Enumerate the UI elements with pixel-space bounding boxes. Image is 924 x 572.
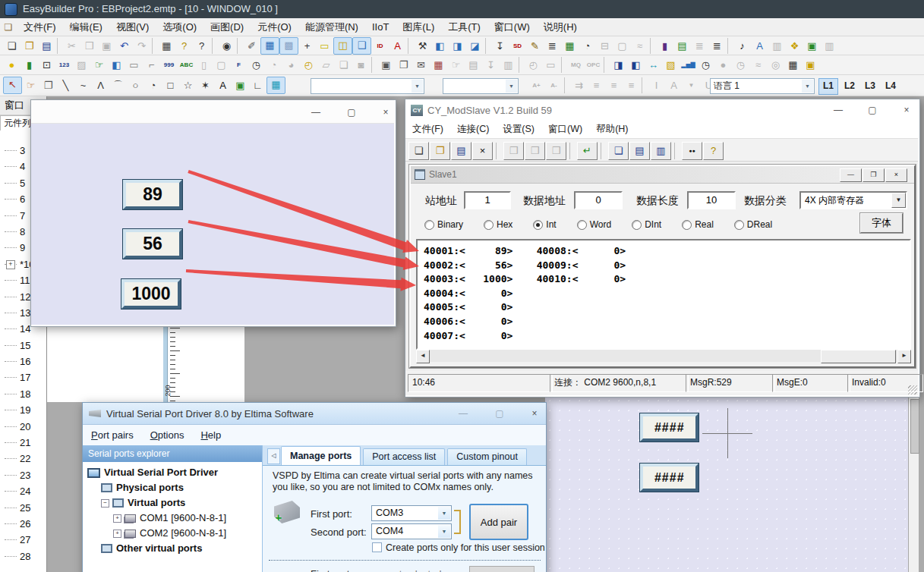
scrollbar-thumb[interactable] (910, 399, 919, 454)
expand-icon[interactable]: + (6, 260, 15, 269)
gauge-icon[interactable]: ◴ (525, 57, 542, 73)
mqtt-icon[interactable]: MQ (567, 57, 585, 73)
flow-icon[interactable]: ▧ (662, 57, 680, 73)
slave1-titlebar[interactable]: Slave1 — ❐ × (411, 166, 914, 184)
download-pc-icon[interactable]: ◨ (449, 38, 466, 54)
window-tree-item[interactable]: 20 (0, 419, 46, 435)
close-button[interactable]: × (895, 99, 918, 121)
toolbar-separator[interactable] (212, 38, 216, 54)
expand-icon[interactable]: + (113, 514, 121, 523)
design-canvas[interactable]: #### #### (545, 396, 919, 572)
toolbar-separator[interactable] (237, 38, 241, 54)
window-tree-item[interactable]: 24 (0, 483, 46, 499)
monitor-switch-icon[interactable]: ◧ (627, 57, 645, 73)
envelope-icon[interactable]: ✉ (412, 57, 430, 73)
polygon-tool-icon[interactable]: ☆ (179, 77, 197, 93)
toolbar-separator[interactable] (564, 77, 569, 93)
toolbar-separator[interactable] (371, 57, 376, 73)
numeric-object-1[interactable]: #### (640, 413, 699, 442)
form-edit-icon[interactable]: ▣ (803, 38, 821, 54)
snap-icon[interactable]: + (298, 38, 316, 54)
trend-icon[interactable]: ≈ (749, 57, 767, 73)
tab[interactable]: Port access list (363, 448, 445, 465)
window-tree-item[interactable]: 23 (0, 467, 46, 483)
toolbar-separator[interactable] (152, 38, 156, 54)
text-tool-icon[interactable]: A (214, 77, 232, 93)
edit-icon[interactable]: ✎ (526, 38, 544, 54)
draw-pen-icon[interactable]: ✐ (243, 38, 260, 54)
printer2-icon[interactable]: ▤ (465, 57, 482, 73)
toolbar-separator[interactable] (727, 38, 732, 54)
menu-item[interactable]: 文件(F) (17, 18, 63, 36)
table-tool-icon[interactable]: ▦ (266, 77, 285, 94)
tab-scroll-left-icon[interactable]: ◁ (267, 448, 280, 464)
simulation-titlebar[interactable]: — ▢ × (31, 100, 394, 124)
register-horizontal-scrollbar[interactable]: ◄ ► (416, 350, 911, 362)
window-tree-item[interactable]: 27 (0, 532, 46, 548)
session-checkbox[interactable] (372, 542, 382, 552)
toolbar-separator[interactable] (650, 38, 654, 54)
grid-icon[interactable]: ▩ (279, 37, 298, 55)
new-icon[interactable]: ❏ (408, 142, 429, 160)
menu-item[interactable]: Options (142, 426, 193, 445)
first-port-combo[interactable]: COM3 ▼ (371, 505, 452, 521)
image-tool-icon[interactable]: ▣ (232, 77, 249, 93)
export-icon[interactable]: ↧ (482, 57, 500, 73)
scroll-right-icon[interactable]: ► (897, 350, 911, 363)
data-table-icon[interactable]: ▦ (784, 57, 802, 73)
alarm-clock-icon[interactable]: ◴ (300, 57, 317, 73)
minimize-button[interactable]: — (452, 403, 475, 424)
window-tree-item[interactable]: 29 (0, 564, 46, 567)
panel-icon[interactable]: ▭ (542, 57, 560, 73)
doc-find-icon[interactable]: ❐ (395, 57, 412, 73)
label-icon[interactable]: ▭ (316, 38, 333, 54)
format-radio-option[interactable]: Hex (484, 219, 512, 230)
key-icon[interactable]: ⌐ (143, 57, 160, 73)
cable-icon[interactable]: ≈ (631, 38, 648, 54)
pointer-hand-icon[interactable]: ☞ (90, 57, 108, 73)
menu-item[interactable]: 图库(L) (396, 18, 441, 36)
numeric-display-icon[interactable]: 999 (160, 57, 178, 73)
numeric-object-2[interactable]: #### (640, 464, 699, 492)
layers2-icon[interactable]: ▨ (73, 57, 90, 73)
format-radio-option[interactable]: Binary (424, 219, 463, 230)
toolbar-separator[interactable] (561, 57, 566, 73)
window-tree-item[interactable]: 21 (0, 435, 46, 451)
window-tree-item[interactable]: 19 (0, 402, 46, 418)
indent-icon[interactable]: ⇉ (570, 77, 588, 93)
toolbar-separator[interactable] (674, 143, 680, 159)
move-icon[interactable]: ↔ (645, 57, 662, 73)
shape-style-combo[interactable]: ▼ (311, 78, 424, 94)
cut-icon[interactable]: ✂ (63, 38, 80, 54)
menu-item[interactable]: 能源管理(N) (298, 18, 365, 36)
language-state-tab[interactable]: L1 (818, 78, 838, 95)
menu-item[interactable]: 文件(F) (405, 121, 450, 138)
comment-icon[interactable]: ❑ (352, 37, 371, 55)
ascii-display-icon[interactable]: ABC (178, 57, 195, 73)
traffic-light-icon[interactable]: ▮ (20, 57, 38, 73)
maximize-button[interactable]: ▢ (340, 102, 363, 123)
pie-display-icon[interactable]: ◕ (282, 57, 300, 73)
monitor-pen-icon[interactable]: ◧ (108, 57, 125, 73)
address-book-icon[interactable]: ▥ (768, 38, 786, 54)
copy-icon[interactable]: ❒ (80, 38, 98, 54)
manual-icon[interactable]: ▮ (656, 38, 673, 54)
recipe-table-icon[interactable]: ▦ (561, 38, 579, 54)
register-list[interactable]: 40001:< 89> 40008:< 0> 40002:< 56> 40009… (416, 239, 911, 350)
scroll-left-icon[interactable]: ◄ (416, 350, 430, 363)
window-tree-item[interactable]: 17 (0, 369, 46, 385)
close-button[interactable]: × (374, 102, 397, 123)
chevron-down-icon[interactable]: ▼ (891, 193, 906, 208)
second-port-combo[interactable]: COM4 ▼ (371, 523, 452, 539)
barcode-icon[interactable]: ▯ (195, 57, 213, 73)
window-tree-item[interactable]: 18 (0, 386, 46, 402)
font-color-dropdown-icon[interactable]: ▼ (683, 77, 700, 93)
menu-item[interactable]: 视图(V) (109, 18, 156, 36)
calendar-icon[interactable]: ▦ (430, 57, 447, 73)
tile-vertical-icon[interactable]: ▥ (651, 142, 671, 160)
help-icon[interactable]: ? (175, 38, 193, 54)
format-radio-option[interactable]: DReal (734, 219, 772, 230)
compile-icon[interactable]: ◧ (431, 38, 449, 54)
id-display-icon[interactable]: ID (371, 38, 389, 54)
tab[interactable]: Custom pinout (447, 448, 527, 465)
